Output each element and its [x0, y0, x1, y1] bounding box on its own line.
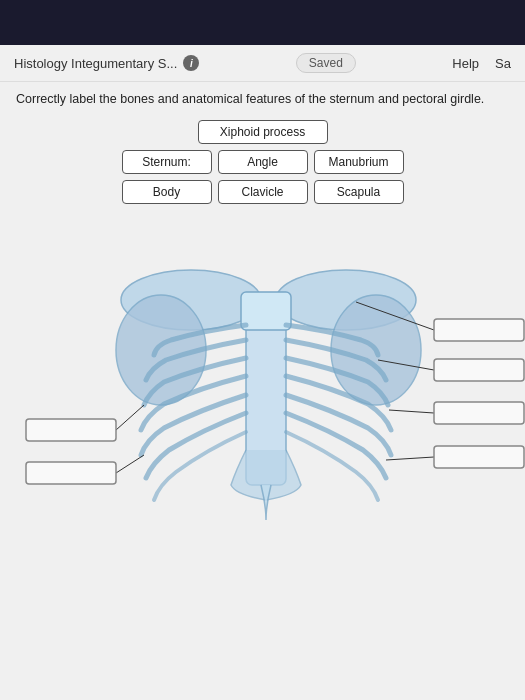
page-title: Histology Integumentary S... — [14, 56, 177, 71]
labels-row-1: Xiphoid process — [16, 120, 509, 144]
label-angle[interactable]: Angle — [218, 150, 308, 174]
svg-line-10 — [116, 405, 144, 430]
ribcage-illustration — [16, 220, 525, 600]
svg-rect-15 — [434, 446, 524, 468]
svg-line-9 — [386, 457, 434, 460]
label-xiphoid-process[interactable]: Xiphoid process — [198, 120, 328, 144]
svg-rect-13 — [434, 359, 524, 381]
svg-line-8 — [389, 410, 434, 413]
content-area: Correctly label the bones and anatomical… — [0, 82, 525, 610]
label-body[interactable]: Body — [122, 180, 212, 204]
main-area: Histology Integumentary S... i Saved Hel… — [0, 45, 525, 700]
svg-rect-5 — [241, 292, 291, 330]
svg-rect-17 — [26, 462, 116, 484]
save-link[interactable]: Sa — [495, 56, 511, 71]
svg-rect-16 — [26, 419, 116, 441]
header-left: Histology Integumentary S... i — [14, 55, 199, 71]
header-bar: Histology Integumentary S... i Saved Hel… — [0, 45, 525, 82]
diagram-area — [16, 220, 509, 600]
labels-row-2: Sternum: Angle Manubrium — [16, 150, 509, 174]
help-link[interactable]: Help — [452, 56, 479, 71]
info-icon[interactable]: i — [183, 55, 199, 71]
label-sternum[interactable]: Sternum: — [122, 150, 212, 174]
svg-line-11 — [116, 455, 144, 473]
instruction-text: Correctly label the bones and anatomical… — [16, 92, 509, 106]
svg-rect-12 — [434, 319, 524, 341]
header-right: Help Sa — [452, 56, 511, 71]
label-scapula[interactable]: Scapula — [314, 180, 404, 204]
top-bar — [0, 0, 525, 45]
labels-area: Xiphoid process Sternum: Angle Manubrium… — [16, 120, 509, 204]
saved-badge: Saved — [296, 53, 356, 73]
labels-row-3: Body Clavicle Scapula — [16, 180, 509, 204]
svg-rect-14 — [434, 402, 524, 424]
label-manubrium[interactable]: Manubrium — [314, 150, 404, 174]
label-clavicle[interactable]: Clavicle — [218, 180, 308, 204]
